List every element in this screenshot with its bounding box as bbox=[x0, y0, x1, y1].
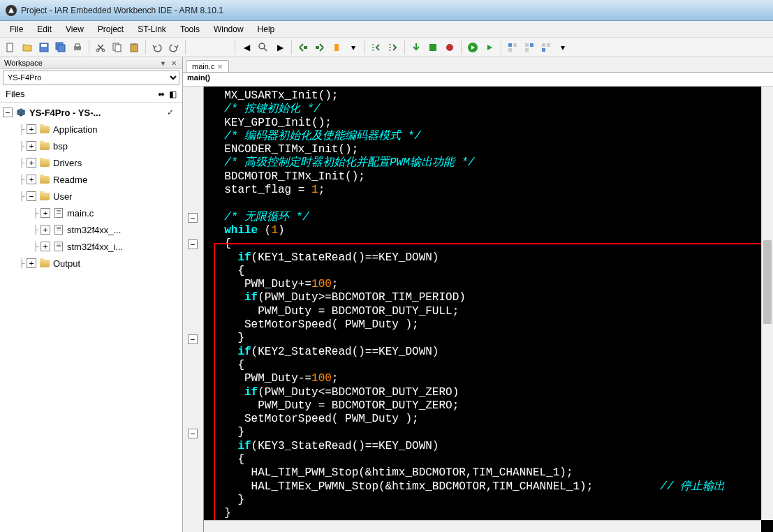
debug-no-download-button[interactable] bbox=[482, 40, 497, 55]
vertical-scrollbar[interactable] bbox=[761, 87, 773, 520]
dropdown-2-button[interactable]: ▾ bbox=[555, 40, 570, 55]
tree-item[interactable]: ├+stm32f4xx_i... bbox=[0, 238, 182, 255]
window-2-button[interactable] bbox=[522, 40, 537, 55]
code-line[interactable]: PWM_Duty-=100; bbox=[211, 372, 766, 385]
code-line[interactable]: BDCMOTOR_TIMx_Init(); bbox=[211, 170, 766, 184]
tree-item[interactable]: ├+Drivers bbox=[0, 154, 182, 171]
debug-button[interactable] bbox=[465, 40, 480, 55]
open-button[interactable] bbox=[20, 40, 35, 55]
tab-close-icon[interactable]: ✕ bbox=[217, 63, 223, 71]
project-select[interactable]: YS-F4Pro bbox=[3, 71, 179, 84]
code-line[interactable]: HAL_TIM_PWM_Stop(&htimx_BDCMOTOR,TIM_CHA… bbox=[211, 466, 766, 480]
next-bookmark-button[interactable] bbox=[312, 40, 327, 55]
tree-item[interactable]: −YS-F4Pro - YS-...✓ bbox=[0, 104, 182, 121]
toggle-bookmark-button[interactable] bbox=[329, 40, 344, 55]
tree-item[interactable]: ├−User bbox=[0, 188, 182, 205]
window-3-button[interactable] bbox=[538, 40, 554, 55]
tree-item[interactable]: ├+stm32f4xx_... bbox=[0, 221, 182, 238]
code-line[interactable]: SetMotorSpeed( PWM_Duty ); bbox=[211, 318, 766, 332]
tree-item[interactable]: ├+Application bbox=[0, 121, 182, 138]
copy-button[interactable] bbox=[110, 40, 125, 55]
menu-tools[interactable]: Tools bbox=[173, 23, 207, 36]
code-gutter[interactable]: −−−− bbox=[183, 87, 204, 532]
nav-back-button[interactable]: ◀ bbox=[239, 40, 254, 55]
cut-button[interactable] bbox=[93, 40, 108, 55]
code-line[interactable]: } bbox=[211, 426, 766, 439]
code-line[interactable]: ENCODER_TIMx_Init(); bbox=[211, 143, 766, 156]
fold-toggle[interactable]: − bbox=[188, 213, 198, 223]
code-line[interactable]: /* 按键初始化 */ bbox=[211, 103, 766, 116]
code-line[interactable]: } bbox=[211, 494, 766, 507]
files-col1-icon[interactable]: ⬌ bbox=[158, 89, 165, 99]
list-prev-button[interactable] bbox=[369, 40, 384, 55]
tree-toggle[interactable]: + bbox=[27, 258, 36, 268]
code-line[interactable]: KEY_GPIO_Init(); bbox=[211, 117, 766, 130]
tree-item[interactable]: ├+main.c bbox=[0, 205, 182, 221]
code-line[interactable]: start_flag = 1; bbox=[211, 184, 766, 197]
save-all-button[interactable] bbox=[53, 40, 68, 55]
code-line[interactable]: PWM_Duty+=100; bbox=[211, 278, 766, 291]
code-line[interactable]: /* 无限循环 */ bbox=[211, 211, 766, 224]
window-1-button[interactable] bbox=[505, 40, 520, 55]
project-dropdown[interactable]: YS-F4Pro bbox=[3, 71, 179, 84]
tree-toggle[interactable]: + bbox=[41, 208, 50, 218]
tree-toggle[interactable]: + bbox=[27, 141, 36, 151]
code-line[interactable]: SetMotorSpeed( PWM_Duty ); bbox=[211, 413, 766, 426]
paste-button[interactable] bbox=[126, 40, 142, 55]
project-tree[interactable]: −YS-F4Pro - YS-...✓├+Application├+bsp├+D… bbox=[0, 103, 182, 532]
print-button[interactable] bbox=[70, 40, 85, 55]
code-line[interactable]: HAL_TIMEx_PWMN_Stop(&htimx_BDCMOTOR,TIM_… bbox=[211, 480, 766, 494]
code-line[interactable]: { bbox=[211, 453, 766, 466]
tree-item[interactable]: ├+Output bbox=[0, 255, 182, 272]
horizontal-scrollbar[interactable] bbox=[204, 520, 761, 532]
fold-toggle[interactable]: − bbox=[188, 239, 198, 249]
undo-button[interactable] bbox=[149, 40, 165, 55]
code-line[interactable]: } bbox=[211, 507, 766, 520]
tree-toggle[interactable]: + bbox=[27, 175, 36, 184]
dropdown-button[interactable]: ▾ bbox=[346, 40, 361, 55]
code-line[interactable]: PWM_Duty = BDCMOTOR_DUTY_ZERO; bbox=[211, 399, 766, 413]
menu-file[interactable]: File bbox=[3, 23, 30, 36]
code-line[interactable]: MX_USARTx_Init(); bbox=[211, 89, 766, 103]
tree-toggle[interactable]: + bbox=[41, 242, 50, 251]
code-line[interactable]: /* 高级控制定时器初始化并配置PWM输出功能 */ bbox=[211, 156, 766, 170]
code-line[interactable]: /* 编码器初始化及使能编码器模式 */ bbox=[211, 130, 766, 143]
menu-window[interactable]: Window bbox=[207, 23, 251, 36]
tree-toggle[interactable]: + bbox=[27, 124, 36, 134]
make-button[interactable] bbox=[425, 40, 441, 55]
menu-project[interactable]: Project bbox=[91, 23, 131, 36]
prev-bookmark-button[interactable] bbox=[295, 40, 311, 55]
menu-st-link[interactable]: ST-Link bbox=[131, 23, 173, 36]
code-line[interactable]: while (1) bbox=[211, 224, 766, 237]
code-line[interactable]: { bbox=[211, 359, 766, 372]
tree-toggle[interactable]: + bbox=[27, 158, 36, 168]
code-area[interactable]: −−−− MX_USARTx_Init(); /* 按键初始化 */ KEY_G… bbox=[183, 87, 773, 532]
code-line[interactable]: if(KEY2_StateRead()==KEY_DOWN) bbox=[211, 346, 766, 359]
new-file-button[interactable] bbox=[3, 40, 18, 55]
toggle-breakpoint-button[interactable] bbox=[442, 40, 457, 55]
files-col2-icon[interactable]: ◧ bbox=[169, 89, 177, 99]
workspace-pin-icon[interactable]: ▼ bbox=[159, 60, 168, 67]
code-line[interactable]: if(PWM_Duty<=BDCMOTOR_DUTY_ZERO) bbox=[211, 386, 766, 399]
code-content[interactable]: MX_USARTx_Init(); /* 按键初始化 */ KEY_GPIO_I… bbox=[204, 87, 773, 532]
code-line[interactable]: PWM_Duty = BDCMOTOR_DUTY_FULL; bbox=[211, 305, 766, 318]
editor-tab-main[interactable]: main.c ✕ bbox=[186, 60, 229, 72]
tree-item[interactable]: ├+Readme bbox=[0, 171, 182, 188]
compile-button[interactable] bbox=[408, 40, 424, 55]
search-button[interactable] bbox=[256, 40, 271, 55]
code-line[interactable]: if(KEY3_StateRead()==KEY_DOWN) bbox=[211, 440, 766, 453]
fold-toggle[interactable]: − bbox=[188, 429, 198, 438]
fold-toggle[interactable]: − bbox=[188, 334, 198, 344]
tree-toggle[interactable]: − bbox=[3, 108, 13, 117]
list-next-button[interactable] bbox=[385, 40, 401, 55]
save-button[interactable] bbox=[36, 40, 52, 55]
code-line[interactable] bbox=[211, 197, 766, 210]
tree-item[interactable]: ├+bsp bbox=[0, 138, 182, 154]
tree-toggle[interactable]: + bbox=[41, 225, 50, 235]
menu-edit[interactable]: Edit bbox=[30, 23, 59, 36]
code-line[interactable]: { bbox=[211, 265, 766, 278]
code-line[interactable]: { bbox=[211, 237, 766, 251]
nav-fwd-button[interactable]: ▶ bbox=[272, 40, 288, 55]
code-line[interactable]: if(PWM_Duty>=BDCMOTOR_TIM_PERIOD) bbox=[211, 291, 766, 304]
workspace-close-icon[interactable]: ✕ bbox=[170, 59, 178, 67]
